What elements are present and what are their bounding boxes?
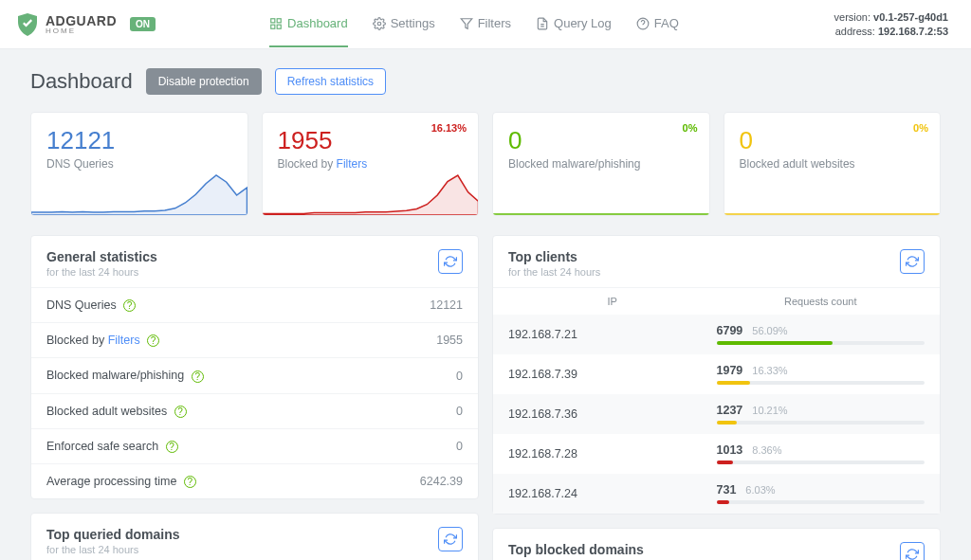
- help-icon[interactable]: ?: [166, 441, 178, 453]
- client-row: 192.168.7.36123710.21%: [493, 394, 940, 434]
- stat-row-adult: Blocked adult websites ?0: [31, 393, 478, 428]
- sparkline-adult: [724, 172, 941, 215]
- panel-general-stats: General statisticsfor the last 24 hours …: [30, 235, 479, 499]
- client-row: 192.168.7.247316.03%: [493, 474, 940, 514]
- filters-link[interactable]: Filters: [337, 157, 368, 171]
- refresh-clients-button[interactable]: [900, 249, 925, 274]
- gear-icon: [373, 17, 386, 30]
- client-bar: [717, 381, 925, 385]
- client-bar: [717, 461, 925, 464]
- stat-row-malware: Blocked malware/phishing ?0: [31, 357, 478, 392]
- svg-rect-0: [271, 18, 275, 22]
- stat-row-avgtime: Average processing time ?6242.39: [31, 463, 478, 498]
- client-count: 1013: [717, 443, 743, 457]
- help-icon[interactable]: ?: [123, 299, 136, 312]
- client-count: 1237: [717, 404, 743, 417]
- sparkline-blocked: [263, 172, 479, 215]
- client-bar: [717, 500, 925, 504]
- client-count: 1979: [717, 364, 743, 377]
- card-dns-queries: 12121DNS Queries: [30, 112, 248, 216]
- refresh-blocked-button[interactable]: [900, 542, 925, 560]
- refresh-queried-button[interactable]: [438, 527, 463, 551]
- clients-table-header: IPRequests count: [493, 287, 940, 315]
- app-header: ADGUARD HOME ON Dashboard Settings Filte…: [0, 0, 971, 49]
- nav-faq[interactable]: FAQ: [636, 1, 679, 47]
- svg-rect-3: [277, 25, 281, 28]
- client-pct: 16.33%: [752, 365, 787, 376]
- client-count: 731: [717, 483, 737, 497]
- svg-rect-1: [277, 18, 281, 22]
- main-nav: Dashboard Settings Filters Query Log FAQ: [269, 1, 679, 47]
- card-blocked-malware: 0% 0Blocked malware/phishing: [492, 112, 710, 216]
- client-pct: 8.36%: [752, 444, 781, 456]
- filters-link[interactable]: Filters: [108, 334, 140, 347]
- filter-icon: [460, 17, 473, 30]
- client-pct: 6.03%: [745, 484, 775, 496]
- page-header: Dashboard Disable protection Refresh sta…: [30, 68, 941, 95]
- stat-row-safesearch: Enforced safe search ?0: [31, 428, 478, 463]
- client-ip: 192.168.7.36: [508, 407, 717, 421]
- panel-top-clients: Top clientsfor the last 24 hours IPReque…: [492, 235, 941, 515]
- sparkline-malware: [493, 172, 709, 215]
- client-row: 192.168.7.2810138.36%: [493, 434, 940, 474]
- client-row: 192.168.7.39197916.33%: [493, 354, 940, 394]
- client-ip: 192.168.7.28: [508, 447, 717, 461]
- page-title: Dashboard: [30, 69, 133, 94]
- brand-name: ADGUARD: [46, 14, 117, 27]
- card-blocked-adult: 0% 0Blocked adult websites: [724, 112, 942, 216]
- help-icon[interactable]: ?: [192, 370, 204, 383]
- refresh-icon: [906, 548, 919, 560]
- client-ip: 192.168.7.39: [508, 368, 717, 381]
- stat-row-dns: DNS Queries ?12121: [31, 287, 478, 322]
- help-icon[interactable]: ?: [147, 334, 159, 347]
- sparkline-dns: [31, 172, 247, 215]
- client-bar: [717, 341, 925, 345]
- document-icon: [536, 17, 549, 30]
- server-meta: version: v0.1-257-g40d1 address: 192.168…: [834, 10, 948, 38]
- help-icon[interactable]: ?: [184, 476, 196, 488]
- help-icon: [636, 17, 650, 30]
- refresh-icon: [444, 533, 457, 546]
- brand-logo: ADGUARD HOME ON: [15, 12, 156, 37]
- refresh-general-button[interactable]: [438, 249, 463, 274]
- client-ip: 192.168.7.24: [508, 487, 717, 500]
- help-icon[interactable]: ?: [174, 406, 187, 418]
- nav-settings[interactable]: Settings: [373, 1, 435, 47]
- refresh-statistics-button[interactable]: Refresh statistics: [275, 68, 386, 95]
- panel-top-queried: Top queried domainsfor the last 24 hours: [30, 513, 479, 560]
- panel-top-blocked: Top blocked domainsfor the last 24 hours: [492, 528, 941, 560]
- disable-protection-button[interactable]: Disable protection: [146, 68, 262, 95]
- dashboard-icon: [269, 17, 283, 30]
- client-bar: [717, 421, 925, 425]
- client-row: 192.168.7.21679956.09%: [493, 315, 940, 354]
- card-blocked-filters: 16.13% 1955Blocked by Filters: [262, 112, 480, 216]
- refresh-icon: [444, 255, 457, 268]
- nav-querylog[interactable]: Query Log: [536, 1, 612, 47]
- client-pct: 10.21%: [752, 405, 787, 416]
- stat-cards: 12121DNS Queries 16.13% 1955Blocked by F…: [30, 112, 941, 216]
- refresh-icon: [906, 255, 919, 268]
- status-badge: ON: [130, 17, 156, 31]
- client-ip: 192.168.7.21: [508, 328, 717, 341]
- stat-row-blocked: Blocked by Filters ?1955: [31, 322, 478, 357]
- nav-dashboard[interactable]: Dashboard: [269, 1, 348, 47]
- svg-point-4: [377, 22, 381, 26]
- shield-icon: [15, 12, 40, 37]
- client-pct: 56.09%: [752, 325, 787, 336]
- client-count: 6799: [717, 324, 743, 337]
- brand-sub: HOME: [46, 27, 117, 35]
- svg-rect-2: [271, 25, 275, 28]
- nav-filters[interactable]: Filters: [460, 1, 511, 47]
